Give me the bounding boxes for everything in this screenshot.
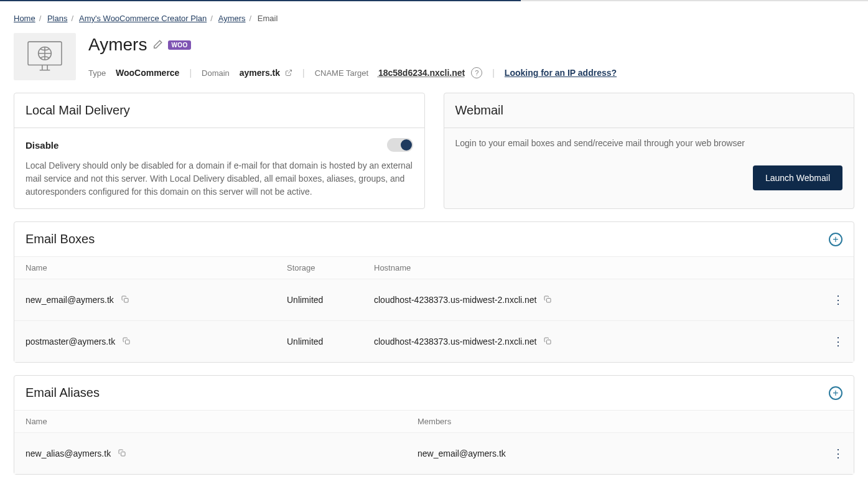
copy-icon[interactable]: [118, 449, 126, 457]
copy-icon[interactable]: [544, 337, 551, 345]
disable-label: Disable: [26, 140, 58, 151]
alias-name: new_alias@aymers.tk: [26, 449, 111, 458]
domain-value: aymers.tk: [240, 68, 280, 78]
table-row: new_email@aymers.tk Unlimited cloudhost-…: [14, 279, 854, 321]
row-actions-menu[interactable]: ⋮: [833, 335, 842, 348]
copy-icon[interactable]: [121, 295, 129, 303]
breadcrumb: Home/ Plans/ Amy's WooCommerce Creator P…: [14, 14, 854, 23]
column-name: Name: [26, 263, 287, 272]
woo-badge: WOO: [168, 40, 191, 50]
column-hostname: Hostname: [374, 263, 811, 272]
row-actions-menu[interactable]: ⋮: [833, 294, 842, 306]
breadcrumb-home[interactable]: Home: [14, 14, 35, 23]
disable-toggle[interactable]: [387, 138, 413, 152]
add-email-box-button[interactable]: +: [829, 233, 842, 246]
svg-rect-2: [124, 299, 128, 303]
type-value: WooCommerce: [116, 68, 179, 78]
webmail-title: Webmail: [455, 103, 503, 118]
svg-rect-5: [547, 340, 551, 345]
svg-rect-3: [547, 299, 551, 303]
webmail-panel: Webmail Login to your email boxes and se…: [444, 93, 855, 209]
svg-rect-4: [126, 340, 130, 345]
breadcrumb-site[interactable]: Aymers: [218, 14, 246, 23]
table-row: new_alias@aymers.tk new_email@aymers.tk …: [14, 433, 854, 474]
email-box-storage: Unlimited: [287, 295, 374, 305]
email-aliases-section: Email Aliases + Name Members new_alias@a…: [14, 375, 854, 475]
site-icon: [14, 33, 76, 80]
local-mail-title: Local Mail Delivery: [26, 103, 130, 118]
email-box-storage: Unlimited: [287, 337, 374, 346]
email-boxes-title: Email Boxes: [26, 232, 95, 246]
email-box-host: cloudhost-4238373.us-midwest-2.nxcli.net: [374, 337, 536, 346]
external-link-icon[interactable]: [285, 69, 292, 77]
column-name: Name: [26, 417, 418, 426]
type-label: Type: [88, 68, 106, 78]
cname-label: CNAME Target: [315, 68, 368, 78]
local-mail-panel: Local Mail Delivery Disable Local Delive…: [14, 93, 425, 209]
email-aliases-title: Email Aliases: [26, 386, 100, 400]
row-actions-menu[interactable]: ⋮: [833, 447, 842, 460]
column-members: Members: [418, 417, 811, 426]
copy-icon[interactable]: [123, 337, 130, 345]
launch-webmail-button[interactable]: Launch Webmail: [753, 165, 842, 190]
breadcrumb-plans[interactable]: Plans: [47, 14, 68, 23]
email-boxes-section: Email Boxes + Name Storage Hostname new_…: [14, 221, 854, 363]
cname-value[interactable]: 18c58d6234.nxcli.net: [378, 68, 465, 78]
local-mail-description: Local Delivery should only be disabled f…: [26, 159, 413, 198]
page-title: Aymers: [88, 35, 147, 55]
edit-icon[interactable]: [152, 39, 163, 50]
copy-icon[interactable]: [544, 295, 551, 303]
email-box-name: postmaster@aymers.tk: [26, 337, 115, 346]
help-icon[interactable]: ?: [471, 67, 482, 78]
email-box-name: new_email@aymers.tk: [26, 295, 114, 305]
breadcrumb-plan[interactable]: Amy's WooCommerce Creator Plan: [79, 14, 207, 23]
ip-address-link[interactable]: Looking for an IP address?: [505, 68, 617, 78]
domain-label: Domain: [202, 68, 230, 78]
column-storage: Storage: [287, 263, 374, 272]
webmail-description: Login to your email boxes and send/recei…: [455, 138, 843, 148]
email-box-host: cloudhost-4238373.us-midwest-2.nxcli.net: [374, 295, 536, 305]
alias-members: new_email@aymers.tk: [418, 449, 811, 458]
table-row: postmaster@aymers.tk Unlimited cloudhost…: [14, 321, 854, 362]
breadcrumb-current: Email: [258, 14, 278, 23]
add-email-alias-button[interactable]: +: [829, 386, 842, 400]
svg-rect-6: [121, 452, 126, 457]
